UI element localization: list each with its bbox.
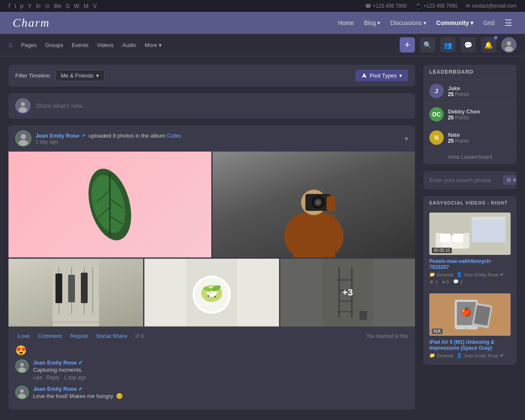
video-title-2[interactable]: iPad Air 5 (M1) Unboxing & Impressions (…: [429, 339, 511, 351]
nav-more[interactable]: More▾: [145, 42, 162, 48]
post-types-button[interactable]: ⮝ Post Types ▾: [356, 70, 408, 81]
lb-name-2[interactable]: Debby Chen: [448, 108, 480, 115]
comment-author-name-1[interactable]: Jean Emily Rose ✔: [33, 359, 408, 366]
nav-groups[interactable]: Groups: [45, 42, 64, 48]
comment-text-1: Capturing moments.: [33, 367, 408, 373]
lb-name-1[interactable]: Jake: [448, 85, 469, 91]
svg-rect-17: [293, 215, 335, 257]
main-nav: Home Blog ▾ Discussions ▾ Community ▾ Gr…: [338, 18, 512, 28]
whatsapp-icon[interactable]: W: [74, 3, 79, 9]
nav-community[interactable]: Community ▾: [437, 19, 473, 26]
notifications-button[interactable]: 🔔: [481, 37, 496, 52]
facebook-icon[interactable]: f: [8, 3, 10, 9]
nav-home[interactable]: Home: [338, 19, 354, 26]
chevron-down-icon: ▾: [96, 72, 99, 79]
nav-grid[interactable]: Grid: [484, 19, 495, 26]
video-category-1: 📁 General 👤 Jean Emily Rose ✔: [429, 272, 511, 277]
search-box: ⚙ ▾: [423, 171, 517, 189]
user-avatar-nav[interactable]: [501, 37, 517, 52]
comment-author-avatar-1: [15, 359, 29, 373]
friends-button[interactable]: 👥: [440, 37, 456, 52]
nav-events[interactable]: Events: [72, 42, 88, 48]
search-input[interactable]: [429, 177, 500, 183]
photo-4[interactable]: [144, 259, 279, 326]
svg-point-53: [20, 363, 24, 367]
filter-bar: Filter Timeline: Me & Friends ▾ ⮝ Post T…: [8, 65, 415, 86]
add-button[interactable]: +: [400, 37, 415, 52]
svg-point-56: [20, 389, 24, 393]
social-share-button[interactable]: Social Share: [94, 331, 130, 341]
nav-blog[interactable]: Blog ▾: [364, 19, 380, 26]
dribbble-icon[interactable]: ⊙: [45, 3, 50, 9]
svg-point-4: [21, 102, 25, 106]
search-button[interactable]: 🔍: [420, 37, 435, 52]
video-thumb-2[interactable]: 🍎 N/A: [429, 293, 511, 336]
lb-name-3[interactable]: Nate: [448, 132, 469, 138]
secondary-nav-actions: + 🔍 👥 💬 🔔: [400, 37, 517, 52]
top-bar: f t p Y in ⊙ Be S W M V ☎ +123 456 7890 …: [0, 0, 525, 12]
sep3: ·: [90, 333, 94, 339]
comment-count: 💬 0: [453, 279, 463, 285]
friends-filter-button[interactable]: Me & Friends ▾: [55, 70, 105, 81]
comment-reply-1[interactable]: Reply: [47, 375, 60, 381]
avatar-img-share: [16, 99, 30, 113]
photo-2[interactable]: [213, 152, 415, 257]
post-card: Jean Emily Rose ✔ uploaded 8 photos in t…: [8, 125, 415, 409]
share-input[interactable]: [36, 102, 408, 109]
home-icon[interactable]: ⌂: [8, 41, 13, 49]
chevron-down-icon: ▾: [513, 177, 516, 183]
repost-button[interactable]: Repost: [68, 331, 90, 341]
pinterest-icon[interactable]: p: [20, 3, 24, 9]
album-link[interactable]: Cafes: [167, 133, 181, 139]
svg-point-2: [505, 47, 513, 52]
lb-points-2: 25 Points: [448, 115, 480, 121]
nav-discussions[interactable]: Discussions ▾: [390, 19, 426, 26]
nav-videos[interactable]: Videos: [97, 42, 114, 48]
comment-like-1[interactable]: Like: [33, 375, 42, 381]
search-gear-button[interactable]: ⚙ ▾: [503, 175, 517, 185]
love-button[interactable]: Love: [15, 331, 32, 341]
nav-pages[interactable]: Pages: [21, 42, 37, 48]
reaction-info: You reacted to this: [366, 333, 408, 339]
vk-icon[interactable]: V: [93, 3, 97, 9]
youtube-icon[interactable]: Y: [28, 3, 32, 9]
behance-icon[interactable]: Be: [54, 3, 61, 9]
verified-badge: ✔: [82, 133, 86, 138]
nav-audio[interactable]: Audio: [122, 42, 136, 48]
skype-icon[interactable]: S: [66, 3, 69, 9]
messages-button[interactable]: 💬: [461, 37, 476, 52]
video-author-2: 👤 Jean Emily Rose ✔: [456, 353, 504, 358]
post-author-name[interactable]: Jean Emily Rose: [36, 133, 79, 139]
comment-button[interactable]: Comment: [36, 331, 64, 341]
main-layout: Filter Timeline: Me & Friends ▾ ⮝ Post T…: [0, 56, 525, 420]
comment-text-2: Love the food! Makes me hungry. 😊: [33, 393, 408, 399]
category-icon: 📁 General: [429, 272, 453, 277]
photo-5[interactable]: +3: [280, 259, 415, 326]
videos-card: EASYSOCIAL VIDEOS - RIGHT: [423, 196, 517, 365]
lb-avatar-3: N: [429, 130, 444, 145]
view-leaderboard-button[interactable]: View Leaderboard: [423, 149, 517, 164]
sep2: ·: [64, 333, 68, 339]
photo-bottom-row: +3: [8, 259, 415, 326]
comment-author-name-2[interactable]: Jean Emily Rose ✔: [33, 386, 408, 392]
linkedin-icon[interactable]: in: [36, 3, 41, 9]
collapse-button[interactable]: ▾: [405, 135, 408, 143]
comment-author-avatar-2: [15, 386, 29, 399]
phone2: 📱 +123 456 7890: [415, 3, 457, 9]
hamburger-icon[interactable]: ☰: [505, 18, 512, 28]
twitter-icon[interactable]: t: [14, 3, 16, 9]
chevron-down-icon: ▾: [399, 72, 402, 79]
clothes-illustration: [8, 259, 143, 326]
repost-count: ↺ 0: [135, 333, 144, 339]
lb-points-1: 25 Points: [448, 91, 469, 97]
video-thumb-1[interactable]: 00:00:10: [429, 213, 511, 255]
phone-icon: ☎: [365, 3, 371, 9]
author-avatar-img: [16, 130, 30, 146]
post-header: Jean Emily Rose ✔ uploaded 8 photos in t…: [8, 125, 415, 152]
reaction-emoji: 😍: [15, 345, 408, 356]
photo-1[interactable]: [8, 152, 211, 257]
video-title-1[interactable]: Pexels-max-vakhtbovych-7533207: [429, 258, 511, 270]
svg-rect-59: [472, 217, 506, 242]
myspace-icon[interactable]: M: [84, 3, 89, 9]
photo-3[interactable]: [8, 259, 143, 326]
